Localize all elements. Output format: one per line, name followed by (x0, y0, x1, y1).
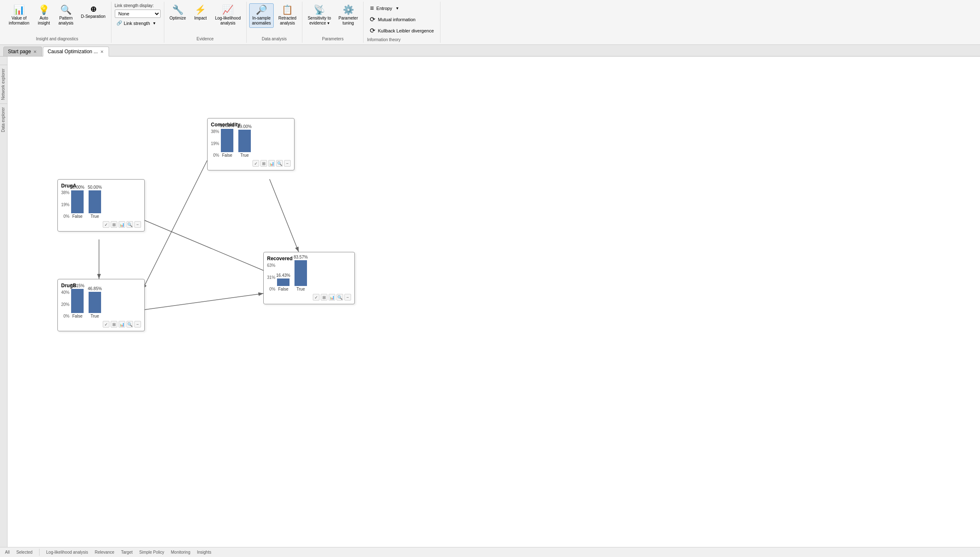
comorbidity-node[interactable]: Comorbidity 38% 19% 0% 51.00% False 49.0… (207, 118, 294, 170)
comorbidity-y-axis: 38% 19% 0% (211, 129, 219, 158)
link-strength-button[interactable]: 🔗 Link strength ▼ (115, 20, 161, 27)
recovered-bar-false-rect (277, 278, 290, 286)
drugb-tool-search[interactable]: 🔍 (126, 321, 133, 328)
d-sep-icon: ⊕ (90, 5, 97, 13)
druga-tool-table[interactable]: ⊞ (111, 221, 117, 228)
svg-line-3 (143, 160, 207, 289)
svg-line-1 (141, 219, 269, 273)
drugb-false-label: False (72, 314, 82, 318)
druga-tool-check[interactable]: ✓ (103, 221, 109, 228)
sensitivity-button[interactable]: 📡 Sensitivity to evidence ▾ (305, 3, 334, 28)
bottom-monitoring[interactable]: Monitoring (169, 549, 192, 555)
toolbar-insight-items: 📊 Value of information 💡 Auto insight 🔍 … (6, 3, 109, 35)
comorbidity-tool-chart[interactable]: 📊 (268, 160, 275, 167)
link-strength-area: Link strength display: None Link strengt… (111, 2, 164, 43)
toolbar-data-analysis-items: 🔎 In-sample anomalies 📋 Retracted analys… (249, 3, 299, 35)
comorbidity-tool-minus[interactable]: − (284, 160, 291, 167)
druga-tool-search[interactable]: 🔍 (126, 221, 133, 228)
pattern-icon: 🔍 (60, 5, 72, 15)
bottom-selected[interactable]: Selected (15, 549, 34, 555)
bottom-relevance[interactable]: Relevance (93, 549, 116, 555)
recovered-node[interactable]: Recovered 63% 31% 0% 16.43% False 83.57% (263, 252, 355, 304)
log-likelihood-icon: 📈 (222, 5, 233, 15)
log-likelihood-button[interactable]: 📈 Log-likelihood analysis (212, 3, 244, 28)
bottom-all[interactable]: All (3, 549, 11, 555)
kullback-leibler-button[interactable]: ⟳ Kullback Leibler divergence (367, 25, 437, 36)
in-sample-anomalies-button[interactable]: 🔎 In-sample anomalies (249, 3, 274, 28)
druga-true-pct: 50.00% (88, 185, 102, 190)
bottom-target[interactable]: Target (119, 549, 134, 555)
in-sample-label: In-sample anomalies (252, 16, 271, 26)
comorbidity-tool-check[interactable]: ✓ (252, 160, 259, 167)
drugb-toolbar: ✓ ⊞ 📊 🔍 − (61, 321, 141, 328)
link-strength-icon: 🔗 (116, 20, 122, 26)
comorbidity-true-pct: 49.00% (238, 124, 252, 129)
drugb-bar-false: 53.15% False (70, 283, 84, 318)
auto-insight-icon: 💡 (38, 5, 49, 15)
link-strength-select[interactable]: None Link strength Mutual information Ku… (115, 10, 161, 18)
drugb-tool-check[interactable]: ✓ (103, 321, 109, 328)
drugb-tool-chart[interactable]: 📊 (119, 321, 125, 328)
recovered-tool-chart[interactable]: 📊 (329, 294, 335, 301)
sidebar-item-data-explorer[interactable]: Data explorer (0, 104, 7, 136)
impact-label: Impact (194, 16, 207, 21)
bottom-bar: All Selected Log-likelihood analysis Rel… (0, 547, 980, 557)
recovered-true-pct: 83.57% (294, 255, 308, 259)
drugb-tool-minus[interactable]: − (134, 321, 141, 328)
comorbidity-chart: 38% 19% 0% 51.00% False 49.00% True (211, 129, 291, 158)
bottom-simple-policy[interactable]: Simple Policy (138, 549, 166, 555)
entropy-button[interactable]: ≡ Entropy ▼ (367, 3, 437, 13)
drugb-node[interactable]: DrugB 40% 20% 0% 53.15% False 46.85% (57, 279, 145, 331)
toolbar: 📊 Value of information 💡 Auto insight 🔍 … (0, 0, 980, 45)
druga-tool-chart[interactable]: 📊 (119, 221, 125, 228)
sensitivity-icon: 📡 (314, 5, 325, 15)
link-strength-dropdown-arrow: ▼ (153, 21, 156, 25)
bottom-log-likelihood[interactable]: Log-likelihood analysis (45, 549, 90, 555)
drugb-true-label: True (91, 314, 99, 318)
value-of-information-button[interactable]: 📊 Value of information (6, 3, 32, 28)
toolbar-group-parameters: 📡 Sensitivity to evidence ▾ ⚙️ Parameter… (302, 2, 364, 43)
recovered-tool-search[interactable]: 🔍 (337, 294, 343, 301)
druga-chart: 38% 19% 0% 50.00% False 50.00% True (61, 190, 141, 219)
drugb-bar-true: 46.85% True (88, 286, 102, 318)
recovered-tool-minus[interactable]: − (344, 294, 351, 301)
link-strength-group-label (115, 40, 161, 41)
impact-button[interactable]: ⚡ Impact (191, 3, 210, 23)
drugb-tool-table[interactable]: ⊞ (111, 321, 117, 328)
info-theory-group-label: Information theory (367, 37, 437, 42)
log-likelihood-label: Log-likelihood analysis (215, 16, 241, 26)
toolbar-group-info-theory: ≡ Entropy ▼ ⟳ Mutual information ⟳ Kullb… (364, 2, 441, 43)
druga-toolbar: ✓ ⊞ 📊 🔍 − (61, 221, 141, 228)
sidebar-item-network-explorer[interactable]: Network explorer (0, 65, 7, 104)
mutual-information-button[interactable]: ⟳ Mutual information (367, 14, 437, 25)
bottom-insights[interactable]: Insights (195, 549, 213, 555)
druga-bar-false-rect (71, 190, 84, 213)
recovered-tool-check[interactable]: ✓ (313, 294, 319, 301)
druga-tool-minus[interactable]: − (134, 221, 141, 228)
parameter-tuning-button[interactable]: ⚙️ Parameter tuning (336, 3, 361, 28)
d-separation-button[interactable]: ⊕ D-Separation (78, 3, 109, 21)
pattern-analysis-button[interactable]: 🔍 Pattern analysis (55, 3, 76, 28)
left-sidebar: Network explorer Data explorer (0, 57, 7, 547)
toolbar-group-evidence: 🔧 Optimize ⚡ Impact 📈 Log-likelihood ana… (164, 2, 247, 43)
auto-insight-button[interactable]: 💡 Auto insight (34, 3, 54, 28)
tab-causal-close[interactable]: ✕ (99, 49, 104, 54)
data-analysis-group-label: Data analysis (262, 36, 287, 41)
tab-start-page[interactable]: Start page ✕ (3, 47, 42, 56)
comorbidity-tool-table[interactable]: ⊞ (260, 160, 267, 167)
tab-causal-optimization[interactable]: Causal Optimization ... ✕ (43, 47, 109, 57)
canvas-area[interactable]: Comorbidity 38% 19% 0% 51.00% False 49.0… (7, 57, 980, 547)
retracted-analysis-button[interactable]: 📋 Retracted analysis (275, 3, 299, 28)
tab-start-page-close[interactable]: ✕ (32, 49, 37, 54)
optimize-button[interactable]: 🔧 Optimize (167, 3, 189, 23)
toolbar-parameters-items: 📡 Sensitivity to evidence ▾ ⚙️ Parameter… (305, 3, 361, 35)
svg-line-4 (270, 179, 299, 252)
entropy-icon: ≡ (370, 5, 374, 12)
recovered-tool-table[interactable]: ⊞ (321, 294, 327, 301)
druga-node[interactable]: DrugA 38% 19% 0% 50.00% False 50.00% (57, 179, 145, 232)
auto-insight-label: Auto insight (38, 16, 50, 26)
comorbidity-tool-search[interactable]: 🔍 (276, 160, 283, 167)
comorbidity-bar-true-rect (238, 130, 251, 152)
svg-line-5 (141, 293, 263, 310)
arrows-svg (7, 57, 980, 547)
